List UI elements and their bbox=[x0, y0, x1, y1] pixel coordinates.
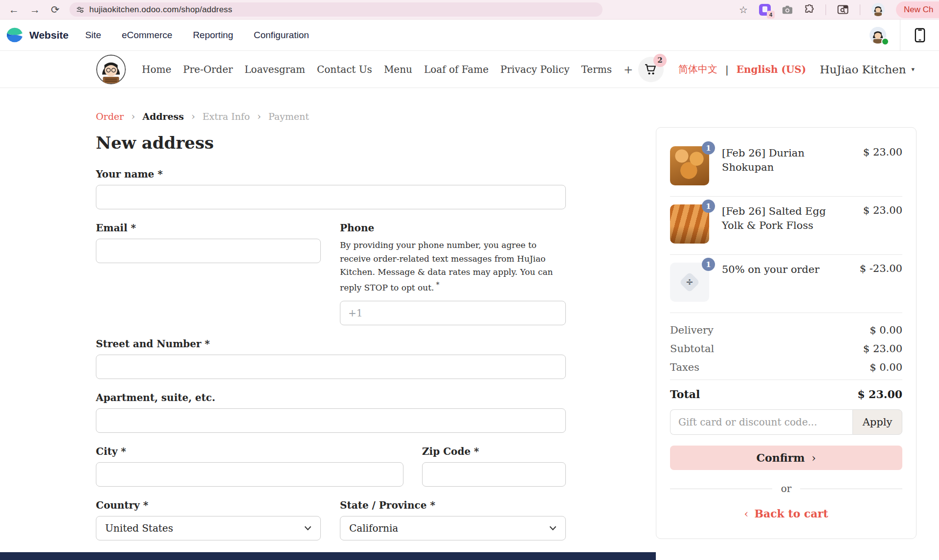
browser-profile-avatar[interactable] bbox=[872, 3, 885, 16]
extensions-puzzle-icon[interactable] bbox=[804, 4, 814, 15]
country-select[interactable]: United States bbox=[96, 516, 321, 540]
breadcrumb-address: Address bbox=[142, 111, 184, 122]
breadcrumb-chevron-icon: › bbox=[257, 111, 261, 122]
nav-menu[interactable]: Menu bbox=[384, 64, 412, 75]
site-logo[interactable] bbox=[96, 54, 126, 85]
odoo-toolbar: Website Site eCommerce Reporting Configu… bbox=[0, 20, 939, 51]
summary-label: Delivery bbox=[670, 324, 714, 336]
quantity-badge: 1 bbox=[702, 141, 715, 155]
product-thumbnail: 1 bbox=[670, 204, 709, 244]
nav-privacy-policy[interactable]: Privacy Policy bbox=[500, 64, 569, 75]
url-text: hujiaokitchen.odoo.com/shop/address bbox=[89, 5, 232, 15]
odoo-menu-reporting[interactable]: Reporting bbox=[193, 30, 233, 41]
nav-pre-order[interactable]: Pre-Order bbox=[183, 64, 233, 75]
browser-toolbar: ← → ⟳ hujiaokitchen.odoo.com/shop/addres… bbox=[0, 0, 939, 20]
apartment-label: Apartment, suite, etc. bbox=[96, 392, 566, 403]
cart-line-item: 1 [Feb 26] Durian Shokupan $ 23.00 bbox=[670, 138, 902, 196]
summary-value: $ 23.00 bbox=[863, 343, 902, 355]
odoo-user-avatar[interactable] bbox=[870, 27, 886, 44]
odoo-menu-ecommerce[interactable]: eCommerce bbox=[122, 30, 172, 41]
reload-icon[interactable]: ⟳ bbox=[51, 4, 60, 15]
product-name: [Feb 26] Durian Shokupan bbox=[722, 146, 844, 175]
zip-input[interactable] bbox=[422, 462, 566, 487]
breadcrumb-chevron-icon: › bbox=[131, 111, 135, 122]
address-form: Your name * Email * Phone By providing y… bbox=[96, 168, 566, 540]
website-app-icon[interactable] bbox=[6, 26, 23, 44]
city-label: City * bbox=[96, 446, 403, 457]
phone-input[interactable] bbox=[340, 301, 566, 325]
state-label: State / Province * bbox=[340, 499, 566, 511]
apartment-input[interactable] bbox=[96, 408, 566, 433]
quantity-badge: 1 bbox=[702, 258, 715, 271]
chevron-down-icon: ▾ bbox=[911, 66, 915, 73]
email-input[interactable] bbox=[96, 239, 321, 263]
nav-loaf-of-fame[interactable]: Loaf of Fame bbox=[424, 64, 489, 75]
language-en-link[interactable]: English (US) bbox=[737, 64, 806, 75]
cart-line-item: 1 [Feb 26] Salted Egg Yolk & Pork Floss … bbox=[670, 197, 902, 254]
cart-line-item: ÷ 1 50% on your order $ -23.00 bbox=[670, 255, 902, 313]
summary-label: Subtotal bbox=[670, 343, 714, 355]
total-value: $ 23.00 bbox=[857, 388, 902, 401]
discount-price: $ -23.00 bbox=[860, 263, 902, 274]
discount-name: 50% on your order bbox=[722, 263, 844, 277]
odoo-app-name[interactable]: Website bbox=[29, 29, 68, 41]
back-icon[interactable]: ← bbox=[9, 4, 19, 15]
footer bbox=[0, 552, 656, 560]
name-label: Your name * bbox=[96, 168, 566, 180]
apply-button[interactable]: Apply bbox=[852, 409, 902, 435]
product-price: $ 23.00 bbox=[863, 146, 902, 158]
site-settings-icon[interactable] bbox=[76, 6, 84, 14]
account-menu[interactable]: HuJiao Kitchen ▾ bbox=[820, 63, 915, 76]
summary-value: $ 0.00 bbox=[870, 324, 902, 336]
cart-badge: 2 bbox=[653, 54, 667, 67]
address-bar[interactable]: hujiaokitchen.odoo.com/shop/address bbox=[69, 2, 603, 17]
bookmark-star-icon[interactable]: ☆ bbox=[739, 5, 748, 15]
forward-icon[interactable]: → bbox=[30, 4, 40, 15]
language-zh-link[interactable]: 简体中文 bbox=[678, 63, 717, 76]
state-select[interactable]: California bbox=[340, 516, 566, 540]
camera-icon[interactable] bbox=[782, 5, 793, 15]
order-summary-card: 1 [Feb 26] Durian Shokupan $ 23.00 1 [Fe… bbox=[656, 127, 917, 539]
site-nav: Home Pre-Order Loavesgram Contact Us Men… bbox=[142, 63, 633, 76]
zip-label: Zip Code * bbox=[422, 446, 566, 457]
street-label: Street and Number * bbox=[96, 338, 566, 350]
toolbar-divider bbox=[860, 4, 860, 15]
name-input[interactable] bbox=[96, 185, 566, 209]
odoo-menu: Site eCommerce Reporting Configuration bbox=[85, 30, 309, 41]
or-divider: or bbox=[670, 483, 902, 494]
street-input[interactable] bbox=[96, 355, 566, 379]
nav-home[interactable]: Home bbox=[142, 64, 171, 75]
nav-terms[interactable]: Terms bbox=[581, 64, 612, 75]
city-input[interactable] bbox=[96, 462, 403, 487]
language-separator: | bbox=[725, 64, 729, 75]
breadcrumb-order[interactable]: Order bbox=[96, 111, 124, 122]
total-row: Total $ 23.00 bbox=[670, 380, 902, 403]
new-chrome-button[interactable]: New Ch bbox=[896, 1, 939, 18]
mobile-preview-button[interactable] bbox=[900, 20, 939, 51]
phone-label: Phone bbox=[340, 222, 566, 234]
breadcrumb-chevron-icon: › bbox=[191, 111, 195, 122]
confirm-button[interactable]: Confirm › bbox=[670, 446, 902, 470]
nav-contact-us[interactable]: Contact Us bbox=[317, 64, 372, 75]
tab-search-icon[interactable] bbox=[837, 5, 849, 15]
password-extension-icon[interactable]: 4 bbox=[759, 4, 771, 16]
gift-card-input[interactable] bbox=[670, 409, 852, 435]
discount-tag-icon: ÷ bbox=[678, 270, 701, 294]
online-status-dot bbox=[881, 38, 889, 45]
nav-add-page-button[interactable]: + bbox=[624, 63, 633, 76]
page-title: New address bbox=[96, 133, 566, 153]
cart-button[interactable]: 2 bbox=[638, 57, 664, 82]
odoo-menu-site[interactable]: Site bbox=[85, 30, 101, 41]
breadcrumb-payment: Payment bbox=[268, 111, 309, 122]
odoo-menu-configuration[interactable]: Configuration bbox=[254, 30, 309, 41]
state-value: California bbox=[349, 522, 398, 534]
chevron-down-icon bbox=[549, 526, 557, 531]
toolbar-divider bbox=[826, 4, 826, 15]
back-to-cart-link[interactable]: ‹Back to cart bbox=[744, 507, 828, 520]
avatar-girl-icon bbox=[872, 3, 885, 16]
nav-loavesgram[interactable]: Loavesgram bbox=[245, 64, 305, 75]
back-to-cart-label: Back to cart bbox=[754, 507, 828, 520]
totals-section: Delivery $ 0.00 Subtotal $ 23.00 Taxes $… bbox=[670, 313, 902, 380]
chevron-left-icon: ‹ bbox=[744, 508, 749, 520]
summary-label: Taxes bbox=[670, 361, 699, 373]
